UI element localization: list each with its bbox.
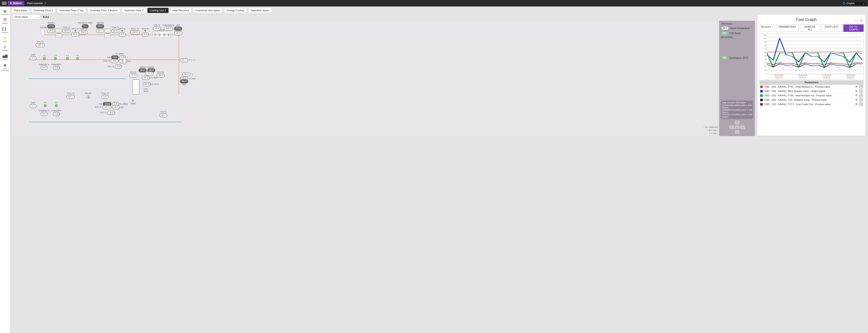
nav-time-schedule[interactable]: ▦Time Schedule: [0, 62, 10, 73]
param-row: 7582 - U01 - KA/FA1, TT6 - Ambient Temp …: [759, 98, 864, 102]
tab-overview-floor-2-top[interactable]: Overview Floor 2 Top: [57, 8, 86, 13]
tab-bar: Plant statusOverview Floor 1Overview Flo…: [10, 6, 868, 14]
label-roomtemp: Room temperature: [731, 27, 750, 30]
param-row: 7582 - U01 - KA/FA1, MV2- Bypass Valve -…: [759, 89, 864, 93]
gear-icon[interactable]: ⚙: [855, 98, 858, 101]
tab-cooling-unit-1[interactable]: Cooling Unit 1: [148, 8, 168, 13]
go-to-graph-button[interactable]: GO TO GRAPH: [843, 25, 864, 32]
nav-icon: ⚡: [0, 36, 10, 40]
label-pooffset2: Po offset: [120, 103, 128, 105]
value-tt21top: 32.9: [174, 31, 182, 35]
tab-heat-recovery[interactable]: Heat Recovery: [170, 8, 192, 13]
menu-button[interactable]: [2, 1, 6, 5]
label-vm15: VM15: [130, 102, 136, 105]
nav-icon: ▦: [0, 63, 10, 67]
value-tt43: 66.1: [47, 29, 55, 33]
tab-functional-description[interactable]: Functional description: [193, 8, 223, 13]
tab-overview-floor-1[interactable]: Overview Floor 1: [31, 8, 55, 13]
nav-graph[interactable]: ▅▇Graph: [0, 53, 10, 62]
he100-fan-icon: [86, 95, 90, 99]
nav-alarms[interactable]: ⏰Alarms: [0, 17, 10, 26]
fast-graph-title: Fast Graph: [759, 16, 853, 25]
label-cap1: Capacity %: [39, 63, 50, 66]
gear-icon[interactable]: ⚙: [855, 103, 858, 106]
language-select[interactable]: 🌐 English: [841, 1, 866, 5]
tab-overview-floor-2-bottom[interactable]: Overview Floor 2 Bottom: [87, 8, 120, 13]
label-tt2r: TT2 °C: [189, 59, 195, 61]
gear-icon[interactable]: ⚙: [855, 90, 858, 93]
gear-icon[interactable]: ⚙: [855, 85, 858, 88]
tab-energy-cooling[interactable]: Energy Cooling: [224, 8, 247, 13]
pan-left-button[interactable]: ‹: [729, 125, 734, 129]
label-he100: HE100: [85, 92, 91, 95]
value-ec3: 37.0: [129, 73, 137, 78]
show-latest-select[interactable]: Show latest: [12, 14, 40, 20]
value-pt4a: -28.3: [102, 105, 112, 109]
nav-settings[interactable]: ☰Settings: [0, 44, 10, 53]
oil-separator-icon: [41, 29, 44, 35]
pan-home-button[interactable]: ⌂: [735, 125, 740, 129]
remove-param-button[interactable]: ✕: [860, 85, 863, 88]
color-swatch: [760, 103, 763, 106]
param-row: 7582 - U01 - KA/FA1, TT2:1 - Gas Cooler …: [759, 102, 864, 106]
pan-up-button[interactable]: ⌃: [735, 121, 740, 125]
nav-icon: ▎▎: [0, 27, 10, 31]
brand-logo[interactable]: IWMAC: [8, 1, 24, 5]
label-sethr2: SetHR2: [96, 22, 104, 24]
value-gascooler: 100.0: [164, 27, 173, 31]
remove-param-button[interactable]: ✕: [860, 90, 863, 93]
fast-graph-chart: 1101009080706050403020100 25.06.202400:0…: [759, 33, 864, 79]
tab-overview-floor-3[interactable]: Overview Floor 3: [122, 8, 146, 13]
remove-param-button[interactable]: ✕: [860, 98, 863, 101]
value-tt42: 58.6: [62, 29, 70, 33]
nav-ems[interactable]: ⚡EMS: [0, 35, 10, 44]
value-pt3b: 44.9: [142, 76, 150, 80]
nav-overview[interactable]: ▦Overview: [0, 8, 10, 17]
label-f1: F1: [44, 101, 46, 104]
remove-all-button[interactable]: REMOVE ALL: [800, 25, 820, 32]
sync-icon[interactable]: ⟳: [44, 2, 46, 5]
value-ppm: 387.0 PPM: [721, 36, 732, 39]
label-mv3: MV3 %: [119, 28, 126, 30]
hr-info-title: Heat recovery information: [722, 101, 752, 104]
label-tt7: TT7 °C: [100, 111, 107, 114]
range-select[interactable]: 96 hours: [759, 25, 775, 32]
value-tt45: 105.0: [79, 30, 88, 34]
pan-down-button[interactable]: ⌄: [735, 130, 740, 134]
c3-led-icon: [66, 57, 69, 60]
value-ec1: 38.0: [157, 73, 164, 78]
value-tt1: 107.9: [36, 43, 45, 47]
value-tt41: 102.5: [130, 30, 140, 34]
label-tt6: TT6 °C: [153, 24, 161, 26]
label-c1: C1: [43, 55, 46, 57]
label-tt17: TT17 °C: [66, 92, 74, 95]
label-pt1: PT1bar: [189, 77, 196, 80]
remove-param-button[interactable]: ✕: [860, 94, 863, 97]
nav-reports[interactable]: ▎▎Reports: [0, 26, 10, 35]
remove-param-button[interactable]: ✕: [860, 103, 863, 106]
keep-last-button[interactable]: KEEP LAST: [822, 25, 842, 32]
label-cap2: Capacity%: [51, 63, 61, 66]
label-tt3: TT3 °C: [159, 111, 167, 113]
gear-icon[interactable]: ⚙: [855, 94, 858, 97]
tab-plant-status[interactable]: Plant status: [11, 8, 30, 13]
value-pt2a: -8.5: [111, 59, 118, 63]
minimize-button[interactable]: —: [853, 19, 859, 23]
hr-info-box: Heat recovery information HE10MV2(0-100%…: [721, 101, 753, 119]
label-ec3: EC3 %: [129, 71, 137, 73]
tab-operation-status[interactable]: Operation status: [248, 8, 272, 13]
parameters-button[interactable]: PARAMETERS: [776, 25, 799, 32]
label-c4: C4: [76, 55, 79, 57]
label-lt70: LT 70 %: [151, 83, 159, 85]
label-minbar: Minbar: [140, 66, 146, 68]
value-pt3a: 10.8: [146, 71, 154, 76]
close-button[interactable]: ✕: [859, 18, 864, 23]
label-extref: Ext.Ref (0-10V): [78, 22, 92, 24]
value-roomtemp: 30.0: [721, 26, 729, 30]
he10-icon: HE10: [55, 29, 62, 37]
nav-icon: ▅▇: [0, 54, 10, 58]
label-reflt: Ref: [183, 84, 186, 86]
receiver-tank-icon: [132, 79, 140, 95]
process-diagram: Oil-sep. SetHR167.0 TT43 °C66.1 HE10 TT4…: [12, 21, 719, 136]
pan-right-button[interactable]: ›: [740, 125, 745, 129]
